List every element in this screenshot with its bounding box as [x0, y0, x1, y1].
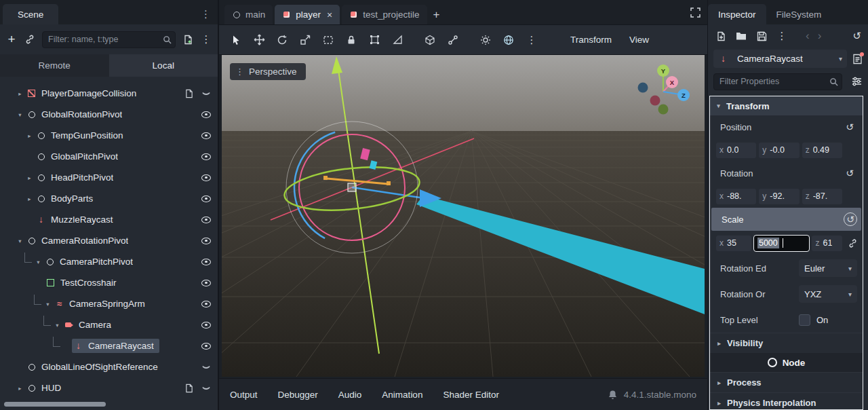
visibility-eye-icon[interactable] — [200, 215, 212, 225]
node-class-section-header[interactable]: Node — [710, 353, 863, 372]
property-tools-button[interactable] — [850, 77, 863, 86]
expand-arrow-icon[interactable] — [15, 111, 25, 118]
rotation-y-field[interactable]: y-92. — [759, 189, 799, 204]
notification-bell-icon[interactable] — [608, 390, 618, 400]
engine-version-label[interactable]: 4.4.1.stable.mono — [624, 390, 696, 400]
physics-interpolation-section-header[interactable]: Physics Interpolation — [710, 392, 863, 410]
new-resource-button[interactable] — [715, 31, 727, 41]
script-icon[interactable] — [185, 384, 195, 393]
open-docs-button[interactable] — [852, 54, 863, 64]
filter-properties-input[interactable] — [713, 73, 842, 90]
visibility-eye-icon[interactable] — [200, 193, 212, 204]
ruler-tool-button[interactable] — [387, 30, 408, 50]
bottom-tab-debugger[interactable]: Debugger — [278, 385, 318, 404]
visibility-eye-icon[interactable] — [200, 172, 212, 183]
snap-mode-button[interactable] — [419, 30, 441, 50]
tree-row-globalpitchpivot[interactable]: GlobalPitchPivot — [0, 146, 218, 167]
scene-dock-tab[interactable]: Scene — [3, 4, 58, 24]
scene-toolbar-more-icon[interactable]: ⋮ — [200, 33, 212, 45]
history-icon[interactable]: ↺ — [852, 30, 861, 42]
selection-box-tool-button[interactable] — [317, 30, 339, 50]
visibility-eye-icon[interactable] — [200, 278, 212, 288]
perspective-menu-button[interactable]: ⋮ Perspective — [230, 63, 306, 80]
visibility-eye-icon[interactable] — [200, 341, 212, 352]
expand-arrow-icon[interactable] — [52, 322, 62, 329]
preview-environment-button[interactable] — [498, 30, 519, 50]
rotation-z-field[interactable]: z-87. — [802, 189, 842, 204]
group-selected-button[interactable] — [363, 30, 385, 50]
attach-script-button[interactable] — [182, 35, 194, 45]
top-level-checkbox[interactable] — [799, 314, 810, 326]
tree-row-cameraspringarm[interactable]: CameraSpringArm — [0, 293, 218, 314]
add-node-button[interactable]: + — [5, 33, 18, 45]
visibility-eye-icon[interactable] — [200, 236, 212, 246]
scene-tree-hscrollbar[interactable] — [4, 402, 106, 407]
rotate-tool-button[interactable] — [271, 30, 293, 50]
scale-tool-button[interactable] — [294, 30, 316, 50]
tab-filesystem[interactable]: FileSystem — [766, 4, 832, 24]
expand-arrow-icon[interactable] — [43, 301, 53, 308]
load-resource-button[interactable] — [735, 31, 747, 41]
revert-scale-icon[interactable]: ↺ — [844, 212, 857, 226]
tree-row-hud[interactable]: HUD — [0, 377, 218, 398]
tab-local[interactable]: Local — [109, 54, 218, 77]
visibility-eye-icon[interactable] — [200, 299, 212, 310]
expand-arrow-icon[interactable] — [15, 385, 25, 392]
tree-row-muzzleraycast[interactable]: MuzzleRaycast — [0, 209, 218, 230]
scene-tab-player[interactable]: player × — [275, 5, 340, 24]
process-section-header[interactable]: Process — [710, 372, 863, 392]
environment-more-icon[interactable]: ⋮ — [521, 30, 542, 50]
bottom-tab-audio[interactable]: Audio — [338, 385, 362, 404]
visibility-eye-icon[interactable] — [200, 383, 212, 394]
scale-property-row-highlighted[interactable]: Scale ↺ — [711, 208, 861, 231]
tree-row-playerdamagecollision[interactable]: PlayerDamageCollision — [0, 83, 218, 104]
instance-scene-button[interactable] — [24, 34, 36, 45]
add-scene-tab-button[interactable]: + — [429, 8, 446, 24]
tree-row-camerapitchpivot[interactable]: CameraPitchPivot — [0, 251, 218, 272]
scene-dock-more-icon[interactable]: ⋮ — [201, 8, 218, 24]
tree-row-bodyparts[interactable]: BodyParts — [0, 188, 218, 209]
transform-menu[interactable]: Transform — [561, 31, 620, 50]
expand-arrow-icon[interactable] — [24, 195, 35, 202]
transform-section-header[interactable]: Transform — [710, 96, 863, 115]
history-forward-icon[interactable]: › — [818, 31, 822, 41]
tab-inspector[interactable]: Inspector — [708, 4, 766, 24]
bottom-tab-animation[interactable]: Animation — [382, 385, 422, 404]
visibility-eye-icon[interactable] — [200, 320, 212, 331]
bottom-tab-output[interactable]: Output — [230, 385, 258, 404]
position-z-field[interactable]: z0.49 — [802, 143, 842, 158]
expand-arrow-icon[interactable] — [24, 174, 35, 181]
position-y-field[interactable]: y-0.0 — [759, 143, 799, 158]
revert-rotation-icon[interactable]: ↺ — [842, 168, 857, 179]
scale-z-field[interactable]: z61 — [812, 236, 842, 251]
tree-row-globallineofsightreference[interactable]: GlobalLineOfSightReference — [0, 356, 218, 377]
skeleton-options-button[interactable] — [442, 30, 464, 50]
history-back-icon[interactable]: ‹ — [806, 31, 810, 41]
position-x-field[interactable]: x0.0 — [716, 143, 756, 158]
visibility-eye-icon[interactable] — [200, 130, 212, 141]
lock-selected-button[interactable] — [340, 30, 362, 50]
node-selector-dropdown[interactable]: CameraRaycast ▾ — [713, 50, 847, 68]
select-tool-button[interactable] — [225, 30, 247, 50]
tab-remote[interactable]: Remote — [0, 54, 109, 77]
visibility-eye-icon[interactable] — [200, 109, 212, 120]
viewport-3d[interactable]: Y X Z ⋮ Perspective — [222, 55, 705, 377]
scene-tab-test-projectile[interactable]: test_projectile — [342, 5, 427, 24]
visibility-eye-icon[interactable] — [200, 151, 212, 162]
close-tab-icon[interactable]: × — [327, 10, 332, 20]
save-resource-button[interactable] — [755, 31, 768, 41]
tree-row-cameraraycast-selected[interactable]: CameraRaycast — [0, 335, 218, 356]
tree-row-globalrotationpivot[interactable]: GlobalRotationPivot — [0, 104, 218, 125]
distraction-free-mode-icon[interactable] — [690, 7, 701, 18]
expand-arrow-icon[interactable] — [33, 259, 43, 265]
scene-filter-input[interactable] — [42, 31, 176, 48]
scene-tab-main[interactable]: main — [224, 5, 273, 24]
visibility-eye-icon[interactable] — [200, 362, 212, 373]
visibility-eye-icon[interactable] — [200, 257, 212, 267]
visibility-section-header[interactable]: Visibility — [710, 333, 863, 353]
expand-arrow-icon[interactable] — [15, 238, 25, 244]
rotation-x-field[interactable]: x-88. — [716, 189, 756, 204]
expand-arrow-icon[interactable] — [15, 90, 25, 97]
rotation-order-dropdown[interactable]: YXZ▾ — [799, 285, 857, 303]
view-menu[interactable]: View — [620, 31, 658, 50]
